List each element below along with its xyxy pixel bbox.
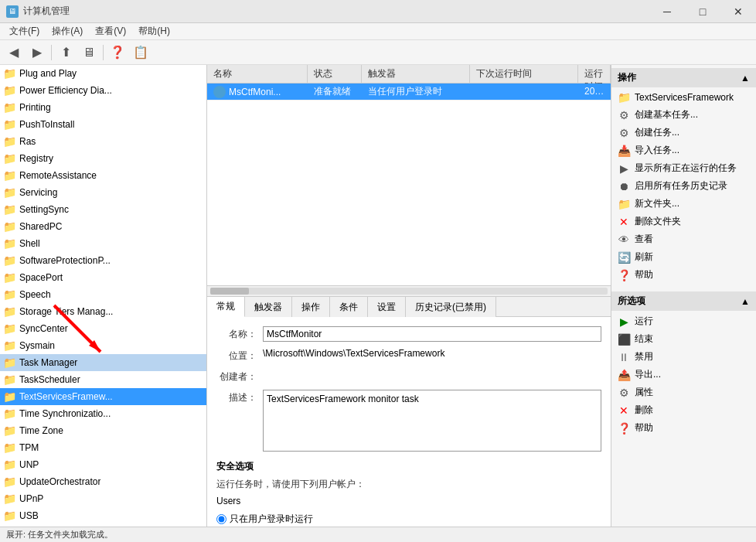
folder-icon: 📁 bbox=[3, 458, 16, 471]
folder-icon: 📁 bbox=[618, 198, 630, 210]
collapse-icon: ▲ bbox=[741, 296, 750, 307]
sidebar-item-speech[interactable]: 📁 Speech bbox=[0, 286, 206, 303]
sidebar-item-updateorchestrator[interactable]: 📁 UpdateOrchestrator bbox=[0, 473, 206, 490]
sidebar-item-userprofileservice[interactable]: 📁 User Profile Service bbox=[0, 524, 206, 527]
toolbar-separator-2 bbox=[103, 45, 104, 60]
radio-option-1[interactable]: 只在用户登录时运行 bbox=[216, 513, 601, 526]
sidebar-item-taskmanager[interactable]: 📁 Task Manager bbox=[0, 354, 206, 371]
right-item-run[interactable]: ▶ 运行 bbox=[611, 312, 756, 330]
tab-actions[interactable]: 操作 bbox=[292, 297, 330, 317]
maximize-button[interactable]: □ bbox=[685, 0, 720, 23]
right-item-framework[interactable]: 📁 TextServicesFramework bbox=[611, 89, 756, 106]
sidebar-item-timezone[interactable]: 📁 Time Zone bbox=[0, 422, 206, 439]
menu-view[interactable]: 查看(V) bbox=[89, 23, 132, 39]
right-item-help-actions[interactable]: ❓ 帮助 bbox=[611, 266, 756, 284]
folder-icon: 📁 bbox=[3, 237, 16, 250]
sidebar-item-remoteassistance[interactable]: 📁 RemoteAssistance bbox=[0, 167, 206, 184]
sidebar-item-label: Time Zone bbox=[19, 425, 63, 436]
tab-settings[interactable]: 设置 bbox=[368, 297, 406, 317]
properties-button[interactable]: 📋 bbox=[130, 43, 152, 63]
right-item-show-running[interactable]: ▶ 显示所有正在运行的任务 bbox=[611, 159, 756, 177]
sidebar-item-sharedpc[interactable]: 📁 SharedPC bbox=[0, 218, 206, 235]
right-item-delete[interactable]: ✕ 删除 bbox=[611, 401, 756, 419]
tab-general[interactable]: 常规 bbox=[207, 297, 245, 317]
right-item-properties[interactable]: ⚙ 属性 bbox=[611, 383, 756, 401]
title-bar: 🖥 计算机管理 ─ □ ✕ bbox=[0, 0, 756, 23]
sidebar-item-plug-and-play[interactable]: 📁 Plug and Play bbox=[0, 65, 206, 82]
sidebar-item-synccenter[interactable]: 📁 SyncCenter bbox=[0, 320, 206, 337]
name-label: 名称： bbox=[216, 328, 263, 341]
sidebar-item-tpm[interactable]: 📁 TPM bbox=[0, 439, 206, 456]
sidebar-item-label: Registry bbox=[19, 153, 53, 164]
folder-icon: 📁 bbox=[3, 476, 16, 488]
properties-icon: ⚙ bbox=[618, 387, 630, 399]
sidebar-item-printing[interactable]: 📁 Printing bbox=[0, 99, 206, 116]
close-button[interactable]: ✕ bbox=[720, 0, 756, 23]
col-status[interactable]: 状态 bbox=[308, 65, 362, 83]
menu-bar: 文件(F) 操作(A) 查看(V) 帮助(H) bbox=[0, 23, 756, 40]
right-item-enable-history[interactable]: ⏺ 启用所有任务历史记录 bbox=[611, 177, 756, 195]
right-item-disable[interactable]: ⏸ 禁用 bbox=[611, 348, 756, 366]
import-icon: 📥 bbox=[618, 145, 630, 157]
play-icon: ▶ bbox=[618, 162, 630, 175]
right-item-create-task[interactable]: ⚙ 创建任务... bbox=[611, 124, 756, 141]
menu-action[interactable]: 操作(A) bbox=[46, 23, 89, 39]
right-item-end[interactable]: ⬛ 结束 bbox=[611, 330, 756, 348]
details-panel: 常规 触发器 操作 条件 设置 历史记录(已禁用) 名称： 位置： bbox=[207, 297, 611, 527]
sidebar-item-taskscheduler[interactable]: 📁 TaskScheduler bbox=[0, 371, 206, 388]
sidebar-item-registry[interactable]: 📁 Registry bbox=[0, 150, 206, 167]
sidebar-item-sysmain[interactable]: 📁 Sysmain bbox=[0, 337, 206, 354]
sidebar-item-pushtointall[interactable]: 📁 PushToInstall bbox=[0, 116, 206, 133]
right-item-delete-folder[interactable]: ✕ 删除文件夹 bbox=[611, 213, 756, 230]
sidebar-item-upnp[interactable]: 📁 UPnP bbox=[0, 490, 206, 507]
folder-icon: 📁 bbox=[3, 101, 16, 114]
tab-conditions[interactable]: 条件 bbox=[330, 297, 368, 317]
sidebar-item-power-efficiency[interactable]: 📁 Power Efficiency Dia... bbox=[0, 82, 206, 99]
show-hide-button[interactable]: 🖥 bbox=[78, 43, 100, 63]
sidebar-item-servicing[interactable]: 📁 Servicing bbox=[0, 184, 206, 201]
location-value: \Microsoft\Windows\TextServicesFramework bbox=[263, 348, 601, 359]
actions-section-header[interactable]: 操作 ▲ bbox=[611, 68, 756, 87]
back-button[interactable]: ◀ bbox=[3, 43, 25, 63]
right-item-help-selected[interactable]: ❓ 帮助 bbox=[611, 419, 756, 437]
sidebar-item-ras[interactable]: 📁 Ras bbox=[0, 133, 206, 150]
right-item-export[interactable]: 📤 导出... bbox=[611, 366, 756, 383]
up-button[interactable]: ⬆ bbox=[55, 43, 77, 63]
h-scrollbar-thumb[interactable] bbox=[210, 288, 249, 295]
folder-icon: 📁 bbox=[3, 390, 16, 403]
table-row[interactable]: MsCtfMoni... 准备就绪 当任何用户登录时 2020/1/20 星期一… bbox=[207, 84, 611, 101]
col-next-run[interactable]: 下次运行时间 bbox=[470, 65, 578, 83]
menu-file[interactable]: 文件(F) bbox=[3, 23, 46, 39]
sidebar-item-storagetiers[interactable]: 📁 Storage Tiers Manag... bbox=[0, 303, 206, 320]
h-scrollbar-container[interactable] bbox=[207, 285, 611, 296]
sidebar-item-textservices[interactable]: 📁 TextServicesFramew... bbox=[0, 388, 206, 405]
right-item-new-folder[interactable]: 📁 新文件夹... bbox=[611, 195, 756, 213]
sidebar-item-usb[interactable]: 📁 USB bbox=[0, 507, 206, 524]
right-item-label: 创建基本任务... bbox=[635, 108, 698, 121]
col-last-run[interactable]: 上次运行时间 bbox=[578, 65, 611, 83]
sidebar-item-spaceport[interactable]: 📁 SpacePort bbox=[0, 269, 206, 286]
sidebar-item-softwareprotection[interactable]: 📁 SoftwareProtectionP... bbox=[0, 252, 206, 269]
minimize-button[interactable]: ─ bbox=[649, 0, 685, 23]
sidebar-item-label: PushToInstall bbox=[19, 119, 74, 130]
right-item-create-basic[interactable]: ⚙ 创建基本任务... bbox=[611, 106, 756, 124]
col-trigger[interactable]: 触发器 bbox=[362, 65, 470, 83]
desc-textarea[interactable]: TextServicesFramework monitor task bbox=[263, 390, 601, 452]
forward-button[interactable]: ▶ bbox=[26, 43, 48, 63]
right-item-view[interactable]: 👁 查看 bbox=[611, 230, 756, 248]
menu-help[interactable]: 帮助(H) bbox=[132, 23, 176, 39]
right-item-import[interactable]: 📥 导入任务... bbox=[611, 141, 756, 159]
right-item-label: 禁用 bbox=[635, 350, 653, 363]
tab-history[interactable]: 历史记录(已禁用) bbox=[406, 297, 496, 317]
help-button[interactable]: ❓ bbox=[107, 43, 128, 63]
sidebar-item-settingsync[interactable]: 📁 SettingSync bbox=[0, 201, 206, 218]
sidebar-item-timesync[interactable]: 📁 Time Synchronizatio... bbox=[0, 405, 206, 422]
right-item-refresh[interactable]: 🔄 刷新 bbox=[611, 248, 756, 266]
sidebar-item-shell[interactable]: 📁 Shell bbox=[0, 235, 206, 252]
sidebar-item-unp[interactable]: 📁 UNP bbox=[0, 456, 206, 473]
tab-triggers[interactable]: 触发器 bbox=[245, 297, 292, 317]
selected-section-header[interactable]: 所选项 ▲ bbox=[611, 291, 756, 311]
col-name[interactable]: 名称 bbox=[207, 65, 308, 83]
radio-logon[interactable] bbox=[216, 514, 226, 524]
name-input[interactable] bbox=[263, 326, 601, 342]
